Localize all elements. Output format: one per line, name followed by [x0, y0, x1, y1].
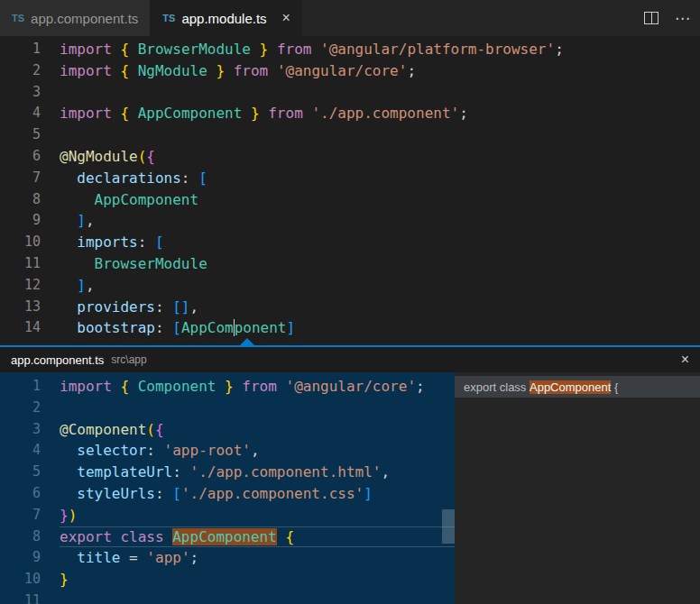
code-line[interactable]: 11	[0, 590, 455, 604]
peek-editor[interactable]: 1import { Component } from '@angular/cor…	[0, 372, 455, 604]
more-actions-icon[interactable]: ⋯	[675, 9, 691, 28]
code-text: title = 'app';	[60, 547, 198, 569]
peek-path: src\app	[111, 353, 146, 366]
code-text: bootstrap: [AppComponent]	[60, 317, 295, 339]
tab-app-component-ts[interactable]: TS app.component.ts	[0, 0, 151, 36]
code-text: selector: 'app-root',	[60, 440, 260, 462]
line-number[interactable]: 1	[0, 376, 60, 398]
peek-definition-view: app.component.ts src\app × 1import { Com…	[0, 345, 700, 604]
code-line[interactable]: 6@NgModule({	[0, 146, 700, 168]
line-number[interactable]: 8	[0, 189, 60, 211]
line-number[interactable]: 12	[0, 275, 60, 297]
code-text: @NgModule({	[60, 146, 155, 168]
code-line[interactable]: 12 ],	[0, 275, 700, 297]
code-line[interactable]: 7})	[0, 505, 455, 526]
line-number[interactable]: 1	[0, 39, 60, 60]
code-line[interactable]: 11 BrowserModule	[0, 253, 700, 275]
tab-app-module-ts[interactable]: TS app.module.ts ×	[151, 0, 302, 36]
peek-close-icon[interactable]: ×	[681, 352, 689, 368]
code-text: import { NgModule } from '@angular/core'…	[60, 60, 416, 82]
line-number[interactable]: 6	[0, 146, 60, 168]
line-number[interactable]: 5	[0, 462, 60, 483]
line-number[interactable]: 2	[0, 398, 60, 419]
code-text: @Component({	[60, 419, 164, 441]
code-line[interactable]: 2import { NgModule } from '@angular/core…	[0, 60, 700, 82]
code-text: providers: [],	[60, 297, 198, 318]
peek-editor-lines: 1import { Component } from '@angular/cor…	[0, 376, 455, 604]
peek-header: app.component.ts src\app ×	[0, 347, 700, 372]
code-line[interactable]: 3	[0, 82, 700, 104]
code-line[interactable]: 5 templateUrl: './app.component.html',	[0, 462, 455, 483]
code-line[interactable]: 2	[0, 398, 455, 419]
code-text: styleUrls: ['./app.component.css']	[60, 483, 373, 505]
code-text: export class AppComponent {	[60, 526, 294, 548]
code-text: import { BrowserModule } from '@angular/…	[60, 39, 564, 60]
line-number[interactable]: 10	[0, 232, 60, 253]
code-line[interactable]: 4import { AppComponent } from './app.com…	[0, 103, 700, 124]
code-line[interactable]: 10}	[0, 569, 455, 590]
line-number[interactable]: 7	[0, 505, 60, 526]
line-number[interactable]: 4	[0, 440, 60, 462]
code-text: templateUrl: './app.component.html',	[60, 462, 390, 483]
code-line[interactable]: 4 selector: 'app-root',	[0, 440, 455, 462]
code-text: declarations: [	[60, 168, 207, 189]
typescript-file-icon: TS	[12, 13, 24, 23]
main-editor[interactable]: 1import { BrowserModule } from '@angular…	[0, 36, 700, 345]
reference-item[interactable]: export class AppComponent {	[455, 376, 700, 398]
code-text: import { AppComponent } from './app.comp…	[60, 103, 468, 124]
code-line[interactable]: 6 styleUrls: ['./app.component.css']	[0, 483, 455, 505]
code-text: ],	[60, 275, 95, 297]
line-number[interactable]: 2	[0, 60, 60, 82]
peek-body: 1import { Component } from '@angular/cor…	[0, 372, 700, 604]
line-number[interactable]: 11	[0, 253, 60, 275]
line-number[interactable]: 4	[0, 103, 60, 124]
code-text: }	[60, 569, 69, 590]
line-number[interactable]: 3	[0, 419, 60, 441]
line-number[interactable]: 3	[0, 82, 60, 104]
code-line[interactable]: 9 ],	[0, 210, 700, 232]
split-editor-icon[interactable]	[644, 12, 659, 24]
line-number[interactable]: 13	[0, 297, 60, 318]
close-tab-icon[interactable]: ×	[282, 11, 290, 25]
code-text: ],	[60, 210, 95, 232]
code-line[interactable]: 9 title = 'app';	[0, 547, 455, 569]
code-line[interactable]: 10 imports: [	[0, 232, 700, 253]
code-text: imports: [	[60, 232, 164, 253]
code-text: import { Component } from '@angular/core…	[60, 376, 425, 398]
main-editor-lines: 1import { BrowserModule } from '@angular…	[0, 39, 700, 339]
line-number[interactable]: 9	[0, 547, 60, 569]
code-text: })	[60, 505, 77, 526]
code-line[interactable]: 14 bootstrap: [AppComponent]	[0, 317, 700, 339]
line-number[interactable]: 14	[0, 317, 60, 339]
line-number[interactable]: 7	[0, 168, 60, 189]
code-text: AppComponent	[60, 189, 198, 211]
code-line[interactable]: 1import { Component } from '@angular/cor…	[0, 376, 455, 398]
peek-editor-scrollbar[interactable]	[442, 509, 455, 544]
tab-label: app.module.ts	[181, 11, 266, 26]
peek-title: app.component.ts	[11, 353, 104, 367]
line-number[interactable]: 6	[0, 483, 60, 505]
code-text: BrowserModule	[60, 253, 207, 275]
line-number[interactable]: 5	[0, 124, 60, 146]
peek-anchor-arrow	[240, 338, 254, 345]
code-line[interactable]: 7 declarations: [	[0, 168, 700, 189]
line-number[interactable]: 11	[0, 590, 60, 604]
editor-actions: ⋯	[644, 0, 691, 36]
typescript-file-icon: TS	[162, 13, 175, 23]
tab-label: app.component.ts	[31, 11, 138, 26]
code-line[interactable]: 5	[0, 124, 700, 146]
code-line[interactable]: 8 AppComponent	[0, 189, 700, 211]
line-number[interactable]: 10	[0, 569, 60, 590]
code-line[interactable]: 3@Component({	[0, 419, 455, 441]
code-line[interactable]: 13 providers: [],	[0, 297, 700, 318]
code-line[interactable]: 8export class AppComponent {	[0, 526, 455, 548]
line-number[interactable]: 9	[0, 210, 60, 232]
tab-bar: TS app.component.ts TS app.module.ts × ⋯	[0, 0, 700, 36]
code-line[interactable]: 1import { BrowserModule } from '@angular…	[0, 39, 700, 60]
line-number[interactable]: 8	[0, 526, 60, 548]
peek-results-list: export class AppComponent {	[455, 372, 700, 604]
